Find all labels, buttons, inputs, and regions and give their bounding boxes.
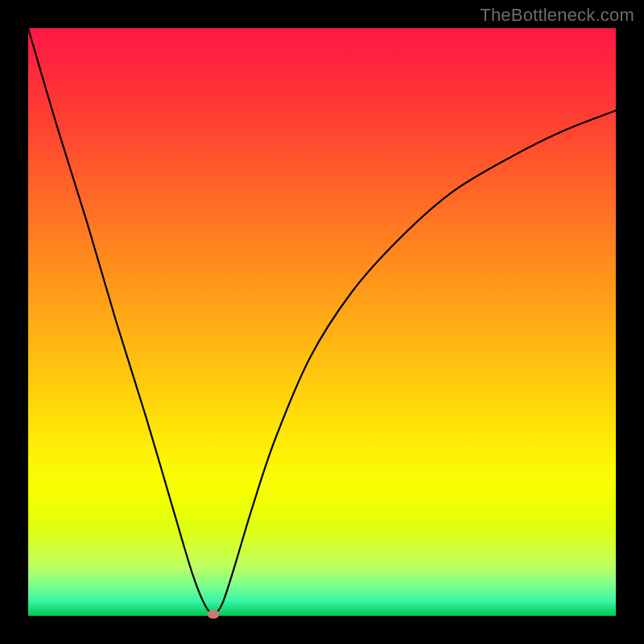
optimal-point-marker: [207, 609, 219, 618]
bottleneck-curve: [28, 28, 616, 614]
watermark-text: TheBottleneck.com: [480, 5, 634, 26]
curve-svg: [28, 28, 616, 616]
plot-area: [28, 28, 616, 616]
chart-frame: TheBottleneck.com: [0, 0, 644, 644]
